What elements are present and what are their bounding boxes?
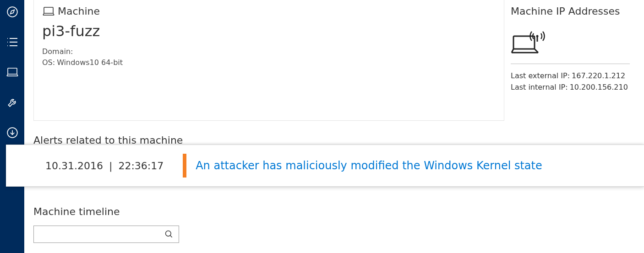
laptop-icon [42,7,55,16]
sidebar-item-download[interactable] [3,124,22,142]
pipe-separator: | [109,160,112,172]
left-nav-sidebar [0,0,24,253]
alert-date: 10.31.2016 [45,160,103,172]
machine-os-row: OS: Windows10 64-bit [42,57,496,68]
ip-external-label: Last external IP: [511,70,570,82]
machine-domain-label: Domain: [42,46,73,57]
ip-internal-label: Last internal IP: [511,82,568,93]
ip-external-value: 167.220.1.212 [572,70,625,82]
laptop-wifi-icon [511,30,644,55]
sidebar-item-machines[interactable] [3,63,22,81]
sidebar-item-dashboard[interactable] [3,3,22,21]
divider [511,64,630,64]
svg-rect-10 [44,7,53,13]
download-circle-icon [6,127,18,139]
ip-internal-value: 10.200.156.210 [570,82,628,93]
svg-line-15 [170,236,172,237]
compass-icon [6,6,18,18]
machine-domain-row: Domain: [42,46,496,57]
alert-time: 22:36:17 [118,160,164,172]
sidebar-item-settings[interactable] [3,93,22,112]
wrench-icon [6,97,18,108]
machine-card-header: Machine [42,5,496,17]
alert-datetime: 10.31.2016 | 22:36:17 [45,160,164,172]
svg-marker-1 [10,10,14,14]
timeline-search-input[interactable] [34,226,179,242]
ip-external-row: Last external IP: 167.220.1.212 [511,70,644,82]
machine-name: pi3-fuzz [42,22,496,40]
machine-card-label: Machine [58,5,100,17]
ip-internal-row: Last internal IP: 10.200.156.210 [511,82,644,93]
sidebar-item-list[interactable] [3,33,22,51]
machine-meta: Domain: OS: Windows10 64-bit [42,46,496,68]
alert-severity-bar [183,154,186,178]
machine-card: Machine pi3-fuzz Domain: OS: Windows10 6… [33,0,504,121]
timeline-title: Machine timeline [33,206,179,217]
machine-os-value: Windows10 64-bit [57,57,123,68]
alert-row[interactable]: 10.31.2016 | 22:36:17 An attacker has ma… [6,145,644,187]
svg-rect-11 [513,36,535,49]
svg-point-14 [166,231,171,237]
list-icon [6,37,18,47]
timeline-search-button[interactable] [159,226,179,242]
laptop-icon [6,67,19,77]
timeline-search [33,226,179,243]
timeline-section: Machine timeline [33,206,179,243]
top-cards-row: Machine pi3-fuzz Domain: OS: Windows10 6… [24,0,644,121]
ip-card: Machine IP Addresses Last external IP: [511,0,644,121]
ip-card-title: Machine IP Addresses [511,5,644,17]
alert-title-link[interactable]: An attacker has maliciously modified the… [196,159,542,172]
machine-os-label: OS: [42,57,55,68]
svg-point-0 [7,7,17,17]
svg-rect-8 [8,68,17,74]
search-icon [164,230,174,239]
main-content: Machine pi3-fuzz Domain: OS: Windows10 6… [24,0,644,253]
